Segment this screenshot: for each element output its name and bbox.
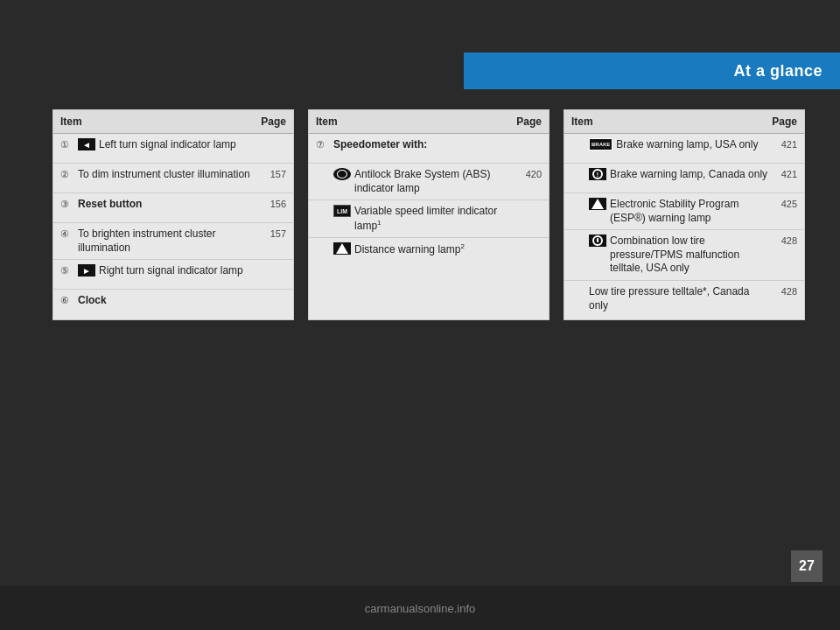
table-row: Distance warning lamp2 [309,238,549,268]
table-row: ① ◄ Left turn signal indicator lamp [53,134,293,164]
table-row: ④ To brighten instrument clus­ter illumi… [53,223,293,260]
table-row: ⑥ Clock [53,290,293,319]
table-row: LIM Variable speed limiter indicator lam… [309,200,549,238]
bottom-bar-text: carmanualsonline.info [365,602,475,615]
brake-canada-icon: ! [589,168,606,180]
table-2-header: Item Page [309,110,549,134]
table-row: ! Brake warning lamp, Canada only 421 [564,164,804,193]
table-row: BRAKE Brake warning lamp, USA only 421 [564,134,804,164]
table-2-col-item: Item [316,116,338,128]
table-3-col-page: Page [772,116,797,128]
turn-right-icon: ► [78,264,95,276]
table-row: ③ Reset button 156 [53,193,293,223]
bottom-bar: carmanualsonline.info [0,586,840,630]
turn-left-icon: ◄ [78,138,95,150]
table-3-col-item: Item [571,116,593,128]
table-1-col-page: Page [261,116,286,128]
warning-triangle-icon [333,242,351,255]
table-row: ⑤ ► Right turn signal indicator lamp [53,260,293,290]
table-row: Combination low tire pressure/TPMS malfu… [564,230,804,281]
esp-icon [589,198,606,210]
table-row: ② To dim instrument cluster illumination… [53,164,293,193]
table-row: Low tire pressure telltale*, Canada only… [564,281,804,317]
tpms-icon [589,234,606,247]
table-row: Antilock Brake System (ABS) indicator la… [309,164,549,200]
tables-container: Item Page ① ◄ Left turn signal indicator… [52,109,805,320]
table-3-header: Item Page [564,110,804,134]
lim-icon: LIM [333,205,351,217]
brake-icon: BRAKE [589,138,612,150]
table-3: Item Page BRAKE Brake warning lamp, USA … [564,109,805,320]
header-bar: At a glance [464,52,840,89]
table-1: Item Page ① ◄ Left turn signal indicator… [52,109,294,320]
abs-icon [333,168,351,180]
table-row: Electronic Stability Program (ESP®) warn… [564,193,804,230]
table-row: ⑦ Speedometer with: [309,134,549,164]
table-1-col-item: Item [60,116,82,128]
page-title: At a glance [733,62,822,80]
page-number: 27 [791,550,822,582]
table-1-header: Item Page [53,110,293,134]
table-2: Item Page ⑦ Speedometer with: Antilock B… [308,109,550,320]
table-2-col-page: Page [516,116,542,128]
